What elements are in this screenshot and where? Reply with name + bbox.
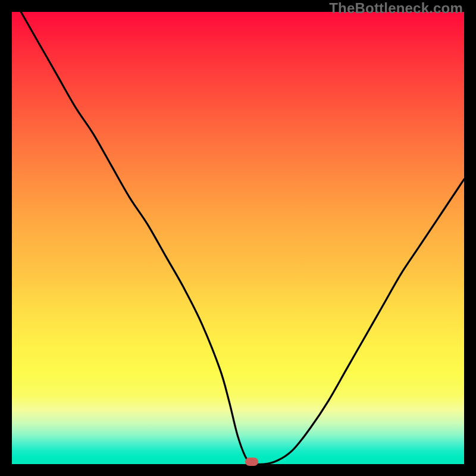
plot-area (12, 12, 464, 464)
watermark-label: TheBottleneck.com (329, 0, 463, 17)
chart-frame: TheBottleneck.com (0, 0, 476, 476)
optimal-point-marker (245, 458, 258, 466)
bottleneck-curve (12, 12, 464, 464)
